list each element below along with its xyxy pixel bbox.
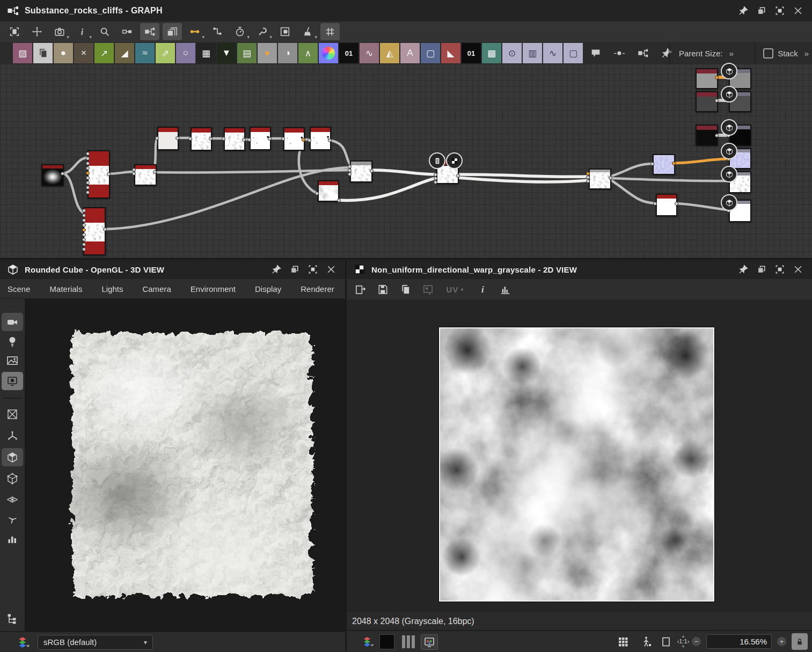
stack-expand[interactable]: » [804,49,808,58]
node-port[interactable] [82,238,86,241]
node-port[interactable] [281,137,285,141]
maximize-icon[interactable] [774,5,785,16]
fit-actual-size-button[interactable] [27,23,47,40]
screenshot-button[interactable]: ▾ [50,23,69,40]
gradient-axial-node[interactable]: ▼ [217,43,236,63]
channels-shuffle-node[interactable]: × [74,43,93,63]
comment-tool[interactable] [586,43,605,63]
mirror-node[interactable]: ◭ [380,43,399,63]
node-port[interactable] [86,166,90,170]
link-routing-button[interactable] [208,23,227,40]
node-port[interactable] [242,138,246,142]
node-graph-canvas[interactable] [0,64,812,258]
node-port[interactable] [155,136,159,140]
node-port[interactable] [222,137,225,141]
info-button[interactable]: ▾ [72,23,92,40]
node-port[interactable] [586,179,590,183]
node-port[interactable] [586,172,590,175]
stats-tool[interactable] [2,530,23,548]
menu-materials[interactable]: Materials [50,284,83,294]
maximize-icon[interactable] [774,264,785,275]
reload-image-button[interactable] [419,281,437,298]
node-port[interactable] [82,247,86,251]
scene-tree-icon[interactable] [2,610,23,628]
node-port[interactable] [82,243,86,246]
frame-all-button[interactable] [5,23,24,40]
text-node[interactable]: A [400,43,420,63]
node-port[interactable] [86,191,90,194]
timings-button[interactable]: ▾ [230,23,250,40]
node-port[interactable] [348,165,352,169]
node-port[interactable] [337,199,341,202]
node-port[interactable] [715,134,719,137]
node-port[interactable] [82,233,86,237]
blur-node[interactable]: ● [54,43,73,63]
fx-map-gradient-node[interactable]: ▥ [523,43,542,63]
geometry-tool[interactable] [2,405,23,423]
node-port[interactable] [82,209,86,213]
node-port[interactable] [86,176,90,180]
node-preview-badge[interactable] [446,152,463,169]
node-port[interactable] [370,169,374,173]
export-image-button[interactable] [351,281,369,298]
snap-grid-button[interactable] [320,23,340,40]
physical-scale-icon[interactable] [639,634,655,649]
copy-image-button[interactable] [396,281,414,298]
move-tool[interactable] [2,427,23,445]
dot-tool[interactable]: -●- [610,43,629,63]
output-cube-badge[interactable] [721,63,737,79]
menu-lights[interactable]: Lights [101,284,123,294]
zoom-out-button[interactable]: − [692,637,701,646]
cells-node[interactable]: ▩ [482,43,501,63]
node-port[interactable] [107,172,111,176]
shape-node[interactable]: ○ [176,43,195,63]
environment-tool[interactable] [2,351,23,370]
node-port[interactable] [348,169,352,172]
fx-map-quadrant-node[interactable]: ⊙ [502,43,522,63]
node-port[interactable] [86,152,90,156]
actual-size-icon[interactable]: ▴‹1:1›▾ [675,634,691,649]
node-port[interactable] [715,99,719,102]
node-port[interactable] [715,76,719,79]
node-port[interactable] [82,228,86,232]
node-port[interactable] [188,137,192,141]
float-window-icon[interactable] [756,5,767,16]
node-port[interactable] [650,162,654,166]
node-port[interactable] [86,171,90,175]
directional-warp-node[interactable]: ⇗ [156,43,175,63]
menu-scene[interactable]: Scene [8,284,31,294]
node-port[interactable] [434,173,437,177]
graph-node-blend-rocks[interactable] [134,164,157,186]
image-info-button[interactable] [473,281,492,298]
node-port[interactable] [82,218,86,222]
float-window-icon[interactable] [289,264,300,275]
tile-sampler-node[interactable]: ▦ [196,43,216,63]
node-port[interactable] [82,223,86,227]
graph-panel-titlebar[interactable]: Substance_rocks_cliffs - GRAPH [0,0,812,22]
zoom-level-field[interactable]: 16.56% [706,634,772,649]
node-port[interactable] [175,136,179,140]
node-port[interactable] [132,172,136,175]
node-port[interactable] [609,176,612,180]
gradient-circular-node[interactable]: ◑ [278,43,297,63]
save-image-button[interactable] [374,281,392,298]
fit-view-icon[interactable] [658,634,674,649]
node-port[interactable] [86,157,90,160]
menu-camera[interactable]: Camera [142,284,171,294]
node-port[interactable] [209,137,213,141]
clean-button[interactable]: ▾ [298,23,317,40]
maximize-icon[interactable] [308,264,318,275]
menu-display[interactable]: Display [255,284,281,294]
graph-node-gradient-input[interactable] [41,164,64,186]
menu-environment[interactable]: Environment [191,284,236,294]
node-port[interactable] [434,177,437,180]
histogram-button[interactable] [496,281,514,298]
transform-2d-node[interactable]: ▢ [421,43,440,63]
output-cube-badge[interactable] [721,166,737,182]
layers-view-button[interactable] [163,23,182,40]
search-button[interactable] [95,23,114,40]
spline-node[interactable]: ∿ [360,43,379,63]
node-port[interactable] [653,202,657,206]
frame-tool[interactable] [633,43,653,63]
node-port[interactable] [315,192,319,195]
